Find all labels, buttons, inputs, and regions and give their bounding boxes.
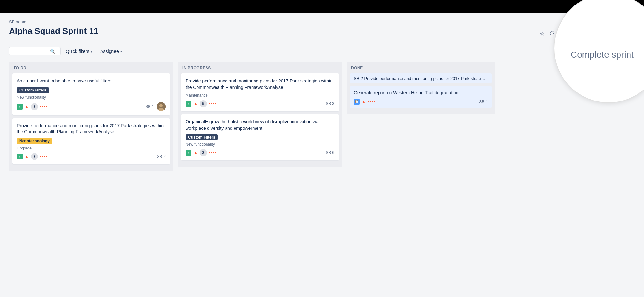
search-icon: 🔍	[50, 49, 55, 54]
quick-filters-button[interactable]: Quick filters ▾	[63, 47, 95, 55]
quick-filters-chevron: ▾	[91, 50, 92, 53]
card-id-sb1: SB-1	[145, 104, 154, 109]
card-id-sb2: SB-2	[157, 154, 166, 159]
complete-sprint-button[interactable]: Complete sprint	[576, 29, 618, 39]
page-title: Alpha Squad Sprint 11	[9, 26, 98, 36]
column-inprogress-header: IN PROGRESS	[181, 66, 339, 70]
done-compact-card: SB-2 Provide performance and monitoring …	[350, 73, 492, 83]
card-id-sb3: SB-3	[326, 101, 334, 106]
card-sb1: As a user I want to be able to save usef…	[12, 73, 170, 115]
dots-sb1: ••••	[40, 104, 48, 109]
dots-sb2: ••••	[40, 154, 48, 159]
priority-icon-sb3: ▲	[193, 101, 198, 106]
clock-icon: ⏱	[549, 30, 555, 37]
filter-row: 🔍 Quick filters ▾ Assignee ▾	[9, 47, 635, 55]
story-icon-sb6: ↑	[186, 150, 191, 156]
card-sb6-footer: ↑ ▲ 2 •••• SB-6	[186, 149, 334, 156]
search-input[interactable]	[13, 49, 48, 54]
priority-icon-sb6: ▲	[193, 150, 198, 155]
done-dots: ••••	[368, 99, 376, 104]
breadcrumb: SB board	[9, 19, 635, 24]
more-options-button[interactable]: ···	[622, 30, 635, 37]
star-icon[interactable]: ☆	[540, 30, 545, 37]
card-id-sb6: SB-6	[326, 150, 334, 155]
assignee-filter-button[interactable]: Assignee ▾	[98, 47, 125, 55]
done-full-card: Generate report on Western Hiking Trail …	[350, 86, 492, 108]
search-box[interactable]: 🔍	[9, 47, 61, 55]
priority-icon-sb2: ▲	[24, 154, 29, 159]
card-sb3-footer: ↑ ▲ 5 •••• SB-3	[186, 100, 334, 107]
done-priority-icon: ▲	[361, 99, 366, 104]
card-sb1-footer: ↑ ▲ 3 •••• SB-1	[17, 102, 166, 111]
card-sb3-type: Maintenance	[186, 93, 334, 98]
column-inprogress: IN PROGRESS Provide performance and moni…	[178, 62, 342, 167]
done-full-title: Generate report on Western Hiking Trail …	[354, 90, 488, 96]
header-right: ☆ ⏱ 0 days Complete sprint ···	[540, 29, 635, 39]
card-sb1-icons: ↑ ▲ 3 ••••	[17, 103, 47, 110]
card-sb6-type: New functionality	[186, 142, 334, 147]
top-bar	[0, 0, 644, 13]
card-sb6-tag: Custom Filters	[186, 134, 218, 140]
page-wrapper: Complete sprint SB board Alpha Squad Spr…	[0, 13, 644, 177]
done-card-icons: 📋 ▲ ••••	[354, 99, 375, 105]
done-card-id: SB-4	[479, 100, 488, 104]
header-title-section: SB board Alpha Squad Sprint 11 ☆ ⏱ 0 day…	[9, 19, 635, 47]
avatar-sb1	[157, 102, 166, 111]
story-points-sb2: 8	[31, 153, 38, 160]
done-full-footer: 📋 ▲ •••• SB-4	[354, 99, 488, 105]
story-points-sb6: 2	[200, 149, 207, 156]
card-sb2-icons: ↑ ▲ 8 ••••	[17, 153, 47, 160]
priority-icon: ▲	[24, 104, 29, 109]
svg-point-1	[159, 104, 163, 107]
done-story-icon: 📋	[354, 99, 360, 105]
dots-sb6: ••••	[209, 150, 216, 155]
done-compact-title: SB-2 Provide performance and monitoring …	[354, 76, 488, 81]
dots-sb3: ••••	[209, 101, 216, 106]
clock-row: ⏱ 0 days	[549, 30, 572, 37]
assignee-label: Assignee	[100, 49, 119, 54]
card-sb2-type: Upgrade	[17, 146, 166, 150]
card-sb2-footer: ↑ ▲ 8 •••• SB-2	[17, 153, 166, 160]
card-sb2: Provide performance and monitoring plans…	[12, 118, 170, 164]
card-sb3: Provide performance and monitoring plans…	[181, 73, 339, 111]
column-todo-header: TO DO	[12, 66, 170, 70]
card-sb6-icons: ↑ ▲ 2 ••••	[186, 149, 216, 156]
card-sb3-title: Provide performance and monitoring plans…	[186, 78, 334, 91]
card-sb1-title: As a user I want to be able to save usef…	[17, 78, 166, 84]
card-sb3-icons: ↑ ▲ 5 ••••	[186, 100, 216, 107]
story-icon-sb3: ↑	[186, 101, 191, 107]
story-points-sb1: 3	[31, 103, 38, 110]
column-done-header: DONE	[350, 66, 492, 70]
header-row: Alpha Squad Sprint 11 ☆ ⏱ 0 days Complet…	[9, 26, 635, 41]
assignee-chevron: ▾	[120, 50, 122, 53]
story-icon-sb2: ↑	[17, 154, 23, 159]
card-sb6: Organically grow the holistic world view…	[181, 114, 339, 160]
card-sb6-title: Organically grow the holistic world view…	[186, 119, 334, 131]
card-sb1-tag: Custom Filters	[17, 87, 49, 93]
story-points-sb3: 5	[200, 100, 207, 107]
card-sb2-title: Provide performance and monitoring plans…	[17, 123, 166, 135]
card-sb1-type: New functionality	[17, 95, 166, 100]
column-done: DONE SB-2 Provide performance and monito…	[347, 62, 495, 114]
quick-filters-label: Quick filters	[66, 49, 89, 54]
card-sb2-tag: Nanotechnology	[17, 138, 52, 144]
days-label: 0 days	[558, 31, 572, 36]
board: TO DO As a user I want to be able to sav…	[9, 62, 635, 171]
story-icon: ↑	[17, 104, 23, 110]
column-todo: TO DO As a user I want to be able to sav…	[9, 62, 173, 171]
